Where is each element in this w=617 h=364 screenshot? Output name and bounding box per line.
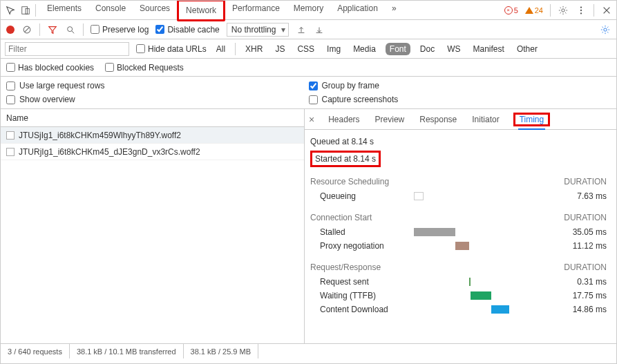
- main-tabs: Elements Console Sources Network Perform…: [40, 0, 404, 21]
- tab-memory[interactable]: Memory: [287, 0, 330, 21]
- detail-tabs: × Headers Preview Response Initiator Tim…: [305, 109, 616, 130]
- tab-application[interactable]: Application: [330, 0, 385, 21]
- record-icon[interactable]: [6, 26, 15, 34]
- filter-type-doc[interactable]: Doc: [417, 43, 437, 55]
- tab-elements[interactable]: Elements: [40, 0, 88, 21]
- tab-initiator[interactable]: Initiator: [471, 111, 500, 128]
- capture-screenshots-check[interactable]: Capture screenshots: [309, 95, 611, 104]
- kebab-icon[interactable]: [576, 5, 587, 16]
- request-name: JTURjIg1_i6t8kCHKm45_dJE3gnD_vx3rCs.woff…: [19, 147, 200, 157]
- timing-row-ttfb: Waiting (TTFB) 17.75 ms: [310, 289, 607, 303]
- svg-rect-0: [22, 6, 28, 14]
- tab-sources[interactable]: Sources: [133, 0, 177, 21]
- divider: [83, 23, 84, 36]
- blocked-row: Has blocked cookies Blocked Requests: [1, 59, 616, 77]
- filter-type-manifest[interactable]: Manifest: [471, 43, 507, 55]
- throttling-select[interactable]: No throttling: [227, 23, 289, 37]
- filter-input[interactable]: [5, 42, 129, 56]
- filter-type-ws[interactable]: WS: [444, 43, 463, 55]
- status-transferred: 38.1 kB / 10.1 MB transferred: [70, 344, 184, 358]
- tab-headers[interactable]: Headers: [327, 111, 361, 128]
- divider: [550, 4, 551, 17]
- topbar-right: ×5 24: [504, 4, 612, 17]
- tab-timing-highlight: Timing: [513, 113, 551, 126]
- download-icon[interactable]: [314, 24, 325, 35]
- gear-icon[interactable]: [558, 5, 569, 16]
- disable-cache-check[interactable]: Disable cache: [155, 25, 219, 35]
- timing-row-sent: Request sent 0.31 ms: [310, 275, 607, 289]
- preserve-log-check[interactable]: Preserve log: [91, 25, 149, 35]
- request-list: Name JTUSjIg1_i6t8kCHKm459WlhyyTh89Y.wof…: [1, 109, 305, 343]
- timing-row-queueing: Queueing 7.63 ms: [310, 189, 607, 203]
- tab-timing[interactable]: Timing: [518, 111, 546, 130]
- file-icon: [6, 148, 15, 156]
- clear-icon[interactable]: [21, 24, 32, 35]
- settings-gear-icon[interactable]: [600, 24, 611, 35]
- network-toolbar: Preserve log Disable cache No throttling: [1, 20, 616, 39]
- hide-data-urls-check[interactable]: Hide data URLs: [136, 44, 207, 54]
- warning-badge[interactable]: 24: [525, 6, 543, 15]
- timing-row-download: Content Download 14.86 ms: [310, 303, 607, 316]
- devtools-topbar: Elements Console Sources Network Perform…: [1, 1, 616, 20]
- section-reqres: Request/ResponseDURATION: [310, 262, 607, 275]
- filter-bar: Hide data URLs All XHR JS CSS Img Media …: [1, 39, 616, 59]
- section-connection: Connection StartDURATION: [310, 213, 607, 225]
- divider: [39, 23, 40, 36]
- detail-panel: × Headers Preview Response Initiator Tim…: [305, 109, 616, 343]
- request-row[interactable]: JTURjIg1_i6t8kCHKm45_dJE3gnD_vx3rCs.woff…: [1, 144, 304, 160]
- started-label: Started at 8.14 s: [315, 154, 376, 164]
- device-icon[interactable]: [20, 5, 31, 16]
- filter-type-media[interactable]: Media: [350, 43, 379, 55]
- section-scheduling: Resource SchedulingDURATION: [310, 177, 607, 189]
- timing-row-stalled: Stalled 35.05 ms: [310, 225, 607, 239]
- request-row[interactable]: JTUSjIg1_i6t8kCHKm459WlhyyTh89Y.woff2: [1, 127, 304, 144]
- filter-icon[interactable]: [47, 24, 58, 35]
- request-name: JTUSjIg1_i6t8kCHKm459WlhyyTh89Y.woff2: [19, 131, 181, 140]
- tab-console[interactable]: Console: [88, 0, 133, 21]
- divider: [594, 4, 594, 17]
- blocked-cookies-check[interactable]: Has blocked cookies: [6, 63, 94, 73]
- group-by-frame-check[interactable]: Group by frame: [309, 81, 611, 90]
- filter-type-js[interactable]: JS: [272, 43, 287, 55]
- inspect-icon[interactable]: [5, 5, 16, 16]
- content-area: Name JTUSjIg1_i6t8kCHKm459WlhyyTh89Y.wof…: [1, 109, 616, 343]
- status-bar: 3 / 640 requests 38.1 kB / 10.1 MB trans…: [1, 343, 616, 358]
- svg-point-5: [580, 12, 582, 14]
- close-detail-icon[interactable]: ×: [309, 114, 314, 125]
- started-highlight: Started at 8.14 s: [310, 151, 381, 167]
- filter-type-font[interactable]: Font: [386, 43, 410, 55]
- options-row: Use large request rows Group by frame Sh…: [1, 77, 616, 109]
- tab-response[interactable]: Response: [418, 111, 458, 128]
- error-badge[interactable]: ×5: [504, 6, 518, 15]
- tab-performance[interactable]: Performance: [225, 0, 287, 21]
- search-icon[interactable]: [65, 24, 76, 35]
- timing-row-proxy: Proxy negotiation 11.12 ms: [310, 239, 607, 253]
- filter-type-other[interactable]: Other: [514, 43, 540, 55]
- filter-type-img[interactable]: Img: [324, 43, 343, 55]
- filter-type-css[interactable]: CSS: [294, 43, 317, 55]
- svg-point-8: [604, 28, 607, 30]
- divider: [35, 4, 36, 17]
- svg-point-2: [562, 8, 564, 11]
- status-requests: 3 / 640 requests: [1, 344, 70, 358]
- tabs-more[interactable]: »: [385, 0, 404, 21]
- svg-point-7: [68, 26, 73, 31]
- show-overview-check[interactable]: Show overview: [6, 95, 309, 104]
- svg-point-4: [580, 9, 582, 10]
- status-resources: 38.1 kB / 25.9 MB: [184, 344, 258, 358]
- filter-type-all[interactable]: All: [213, 43, 228, 55]
- divider: [235, 43, 236, 55]
- queued-label: Queued at 8.14 s: [310, 135, 607, 148]
- column-header-name[interactable]: Name: [1, 109, 304, 127]
- large-rows-check[interactable]: Use large request rows: [6, 81, 309, 90]
- upload-icon[interactable]: [296, 24, 307, 35]
- close-icon[interactable]: [601, 5, 612, 16]
- filter-type-xhr[interactable]: XHR: [243, 43, 265, 55]
- timing-detail: Queued at 8.14 s Started at 8.14 s Resou…: [305, 130, 616, 343]
- blocked-requests-check[interactable]: Blocked Requests: [105, 63, 184, 73]
- tab-preview[interactable]: Preview: [374, 111, 406, 128]
- svg-point-3: [580, 6, 582, 8]
- tab-network[interactable]: Network: [177, 0, 225, 21]
- file-icon: [6, 131, 15, 140]
